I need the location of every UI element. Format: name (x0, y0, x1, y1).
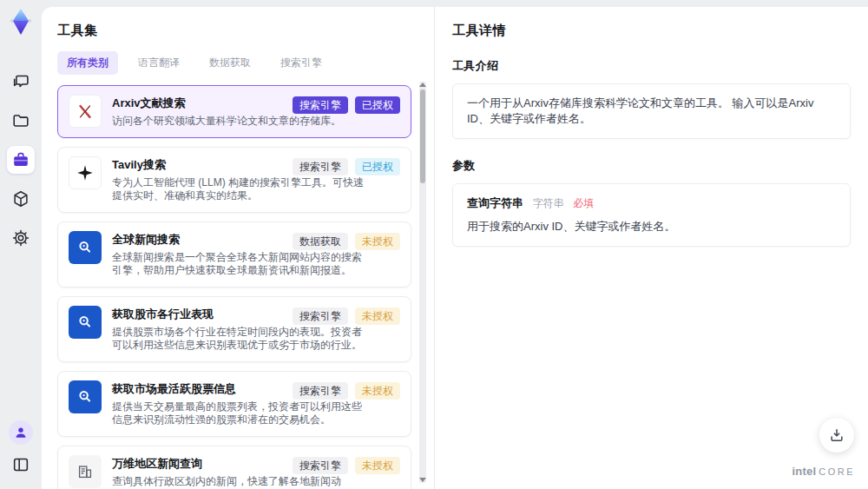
tab-language-translation[interactable]: 语言翻译 (128, 51, 189, 75)
tool-card-global-news[interactable]: 全球新闻搜索 全球新闻搜索是一个聚合全球各大新闻网站内容的搜索引擎，帮助用户快速… (57, 221, 411, 287)
category-badge: 搜索引擎 (293, 96, 348, 114)
auth-status-badge: 已授权 (355, 158, 400, 175)
tool-description: 提供当天交易量最高的股票列表，投资者可以利用这些信息来识别流动性强的股票和潜在的… (112, 400, 365, 427)
brand-name: intel (792, 465, 816, 478)
auth-status-badge: 未授权 (355, 457, 400, 474)
tool-card-sector-performance[interactable]: 获取股市各行业表现 提供股票市场各个行业在特定时间段内的表现。投资者可以利用这些… (57, 296, 411, 362)
tools-list-panel: 工具集 所有类别 语言翻译 数据获取 搜索引擎 Arxiv文献搜索 访问各个研究… (42, 7, 434, 489)
content-shell: 工具集 所有类别 语言翻译 数据获取 搜索引擎 Arxiv文献搜索 访问各个研究… (42, 7, 868, 489)
blue-search-icon (69, 380, 102, 413)
arxiv-icon (69, 95, 102, 128)
tool-description: 查询具体行政区划内的新闻，快速了解各地新闻动 (112, 475, 365, 489)
intro-text: 一个用于从Arxiv存储库搜索科学论文和文章的工具。 输入可以是Arxiv ID… (467, 96, 813, 125)
blue-search-icon (69, 231, 102, 264)
download-button[interactable] (819, 418, 854, 453)
rail-nav (7, 68, 35, 252)
category-tabs: 所有类别 语言翻译 数据获取 搜索引擎 (57, 51, 411, 75)
auth-status-badge: 已授权 (355, 96, 400, 114)
chat-icon[interactable] (7, 68, 35, 96)
scroll-up-arrow[interactable] (419, 83, 426, 87)
list-scrollbar[interactable] (419, 82, 426, 483)
category-badge: 数据获取 (293, 233, 348, 250)
rail-bottom (7, 420, 35, 479)
tool-card-active-stocks[interactable]: 获取市场最活跃股票信息 提供当天交易量最高的股票列表，投资者可以利用这些信息来识… (57, 371, 411, 437)
tool-description: 提供股票市场各个行业在特定时间段内的表现。投资者可以利用这些信息来识别表现优于或… (112, 326, 365, 353)
intro-heading: 工具介绍 (452, 58, 851, 74)
gear-icon[interactable] (7, 224, 35, 252)
params-heading: 参数 (452, 158, 851, 174)
intro-box: 一个用于从Arxiv存储库搜索科学论文和文章的工具。 输入可以是Arxiv ID… (452, 83, 851, 139)
tool-card-regional-news[interactable]: 万维地区新闻查询 查询具体行政区划内的新闻，快速了解各地新闻动 搜索引擎 未授权 (57, 446, 411, 489)
tool-detail-panel: 工具详情 工具介绍 一个用于从Arxiv存储库搜索科学论文和文章的工具。 输入可… (434, 7, 868, 489)
intel-core-logo: intel core (792, 465, 855, 478)
tool-card-tavily[interactable]: Tavily搜索 专为人工智能代理 (LLM) 构建的搜索引擎工具。可快速提供实… (57, 147, 411, 213)
detail-title: 工具详情 (452, 23, 851, 39)
tool-description: 访问各个研究领域大量科学论文和文章的存储库。 (112, 115, 365, 129)
cube-icon[interactable] (7, 185, 35, 213)
tool-description: 专为人工智能代理 (LLM) 构建的搜索引擎工具。可快速提供实时、准确和真实的结… (112, 176, 365, 203)
scroll-down-arrow[interactable] (419, 478, 426, 482)
toolbox-icon-active[interactable] (7, 146, 35, 174)
auth-status-badge: 未授权 (355, 233, 400, 250)
panel-toggle-icon[interactable] (7, 451, 35, 479)
param-description: 用于搜索的Arxiv ID、关键字或作者姓名。 (467, 219, 836, 235)
user-icon[interactable] (9, 420, 33, 445)
tool-description: 全球新闻搜索是一个聚合全球各大新闻网站内容的搜索引擎，帮助用户快速获取全球最新资… (112, 251, 365, 278)
building-icon (69, 455, 102, 488)
app-logo (5, 5, 36, 38)
category-badge: 搜索引擎 (293, 382, 348, 400)
category-badge: 搜索引擎 (293, 457, 348, 474)
param-required-badge: 必填 (573, 197, 594, 209)
sparkle-icon (69, 156, 102, 189)
param-name: 查询字符串 (467, 196, 523, 209)
category-badge: 搜索引擎 (293, 307, 348, 325)
blue-search-icon (69, 306, 102, 339)
brand-product: core (819, 466, 855, 477)
scrollbar-thumb[interactable] (420, 89, 425, 183)
folder-icon[interactable] (7, 107, 35, 135)
tool-card-arxiv[interactable]: Arxiv文献搜索 访问各个研究领域大量科学论文和文章的存储库。 搜索引擎 已授… (57, 85, 411, 138)
auth-status-badge: 未授权 (355, 382, 400, 400)
page-title: 工具集 (57, 23, 411, 39)
tab-search-engine[interactable]: 搜索引擎 (271, 51, 332, 75)
param-type: 字符串 (533, 197, 564, 209)
left-rail (0, 0, 42, 489)
category-badge: 搜索引擎 (293, 158, 348, 175)
tab-all-categories[interactable]: 所有类别 (57, 51, 118, 75)
param-box: 查询字符串 字符串 必填 用于搜索的Arxiv ID、关键字或作者姓名。 (452, 183, 851, 247)
tab-data-fetching[interactable]: 数据获取 (200, 51, 260, 75)
tool-list: Arxiv文献搜索 访问各个研究领域大量科学论文和文章的存储库。 搜索引擎 已授… (57, 85, 411, 489)
auth-status-badge: 未授权 (355, 307, 400, 325)
